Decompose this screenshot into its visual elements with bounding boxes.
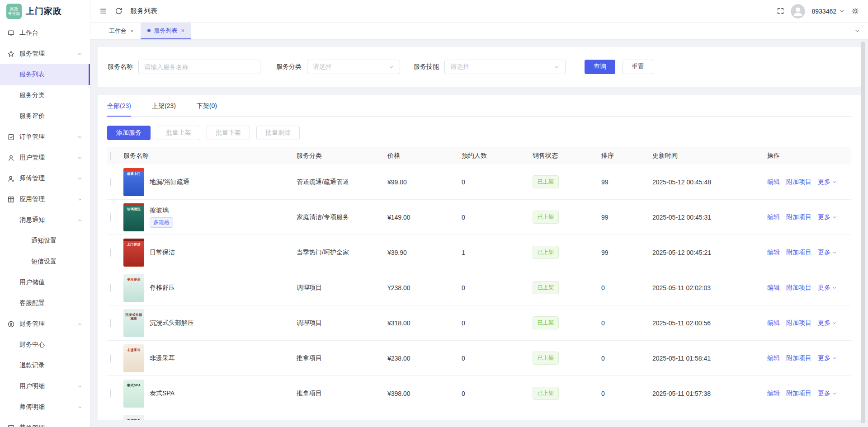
more-dropdown-link[interactable]: 更多 (818, 354, 837, 362)
col-price: 价格 (387, 152, 462, 160)
sidebar-item-label: 应用管理 (19, 195, 45, 203)
edit-link[interactable]: 编辑 (767, 249, 780, 257)
avatar[interactable] (791, 4, 805, 19)
status-tabs: 全部(23)上架(23)下架(0) (107, 102, 851, 117)
service-category-select[interactable]: 请选择 (307, 60, 400, 74)
row-checkbox[interactable] (110, 249, 111, 257)
status-badge: 已上架 (533, 387, 559, 400)
chevron-down-icon (554, 64, 560, 70)
sidebar-item-notice-settings[interactable]: 通知设置 (0, 230, 90, 251)
edit-link[interactable]: 编辑 (767, 389, 780, 398)
sidebar-item-service-review[interactable]: 服务评价 (0, 106, 90, 127)
service-name-input[interactable] (138, 60, 260, 74)
batch-delete-button[interactable]: 批量删除 (256, 126, 300, 140)
sidebar-item-label: 退款记录 (19, 361, 45, 370)
edit-link[interactable]: 编辑 (767, 284, 780, 292)
status-tab-off-shelf[interactable]: 下架(0) (197, 102, 217, 116)
service-thumbnail: 疏通上门 (123, 168, 144, 196)
service-thumbnail: 中式推拿 (123, 415, 144, 420)
addon-items-link[interactable]: 附加项目 (786, 249, 811, 257)
status-tab-on-shelf[interactable]: 上架(23) (152, 102, 176, 116)
more-dropdown-link[interactable]: 更多 (818, 319, 837, 327)
gear-icon[interactable] (851, 7, 859, 15)
sidebar-item-master-details[interactable]: 师傅明细 (0, 397, 90, 418)
addon-items-link[interactable]: 附加项目 (786, 178, 811, 186)
sidebar-item-message-notice[interactable]: 消息通知 (0, 210, 90, 230)
more-dropdown-link[interactable]: 更多 (818, 178, 837, 186)
sidebar-menu: 工作台服务管理服务列表服务分类服务评价订单管理用户管理师傅管理应用管理消息通知通… (0, 23, 90, 427)
sidebar-item-label: 用户管理 (19, 154, 45, 162)
refresh-icon[interactable] (115, 7, 123, 15)
addon-items-link[interactable]: 附加项目 (786, 284, 811, 292)
addon-items-link[interactable]: 附加项目 (786, 354, 811, 362)
toolbar: 添加服务 批量上架 批量下架 批量删除 (107, 126, 851, 140)
row-checkbox[interactable] (110, 319, 111, 327)
sidebar-item-label: 服务分类 (19, 91, 45, 99)
row-checkbox[interactable] (110, 389, 111, 398)
select-all-checkbox[interactable] (110, 152, 111, 160)
more-label: 更多 (818, 319, 830, 327)
row-checkbox[interactable] (110, 178, 111, 186)
edit-link[interactable]: 编辑 (767, 354, 780, 362)
sidebar-item-sms-settings[interactable]: 短信设置 (0, 251, 90, 272)
sidebar-item-service-list[interactable]: 服务列表 (0, 64, 90, 85)
sidebar-item-service-mgmt[interactable]: 服务管理 (0, 43, 90, 64)
workspace-tab-workbench[interactable]: 工作台× (102, 23, 141, 39)
more-dropdown-link[interactable]: 更多 (818, 249, 837, 257)
sidebar-item-finance-mgmt[interactable]: 财务管理 (0, 314, 90, 334)
collapse-sidebar-icon[interactable] (99, 7, 107, 15)
addon-items-link[interactable]: 附加项目 (786, 389, 811, 398)
sidebar-item-user-mgmt[interactable]: 用户管理 (0, 147, 90, 168)
row-checkbox[interactable] (110, 213, 111, 221)
tabbar-chevron-down-icon[interactable] (854, 23, 861, 39)
edit-link[interactable]: 编辑 (767, 213, 780, 221)
app-root: 家政 专业版 上门家政 工作台服务管理服务列表服务分类服务评价订单管理用户管理师… (0, 0, 868, 427)
more-dropdown-link[interactable]: 更多 (818, 284, 837, 292)
close-tab-icon[interactable]: × (130, 28, 134, 34)
addon-items-link[interactable]: 附加项目 (786, 213, 811, 221)
workspace-tab-service-list[interactable]: 服务列表× (141, 23, 192, 39)
user-dropdown[interactable]: 8933462 (811, 8, 845, 15)
service-name-input-field[interactable] (144, 63, 255, 70)
service-bookings: 0 (462, 355, 533, 362)
sidebar-item-app-mgmt[interactable]: 应用管理 (0, 189, 90, 210)
edit-link[interactable]: 编辑 (767, 319, 780, 327)
more-dropdown-link[interactable]: 更多 (818, 213, 837, 221)
page-scrollbar[interactable] (861, 42, 865, 423)
close-tab-icon[interactable]: × (181, 27, 185, 34)
addon-items-link[interactable]: 附加项目 (786, 319, 811, 327)
service-updated: 2025-05-11 01:58:41 (652, 355, 767, 362)
sidebar-item-refund-records[interactable]: 退款记录 (0, 355, 90, 376)
sidebar-item-order-mgmt[interactable]: 订单管理 (0, 127, 90, 147)
sidebar-item-user-stored-value[interactable]: 用户储值 (0, 272, 90, 293)
add-service-button[interactable]: 添加服务 (107, 126, 151, 140)
edit-link[interactable]: 编辑 (767, 178, 780, 186)
monitor-icon (7, 29, 15, 37)
service-thumbnail: 玻璃清洗 (123, 203, 144, 231)
service-updated: 2025-05-12 00:45:31 (652, 214, 767, 221)
batch-offshelf-button[interactable]: 批量下架 (207, 126, 250, 140)
sidebar-item-finance-center[interactable]: 财务中心 (0, 334, 90, 355)
service-category: 家庭清洁/专项服务 (297, 213, 387, 221)
sidebar-item-decoration-mgmt[interactable]: 装修管理 (0, 418, 90, 427)
status-badge: 已上架 (533, 175, 559, 188)
batch-onshelf-button[interactable]: 批量上架 (157, 126, 200, 140)
fullscreen-icon[interactable] (777, 7, 784, 15)
service-price: ¥238.00 (387, 355, 462, 362)
service-bookings: 0 (462, 178, 533, 186)
service-updated: 2025-05-11 02:00:56 (652, 319, 767, 327)
sidebar-item-user-details[interactable]: 用户明细 (0, 376, 90, 397)
more-dropdown-link[interactable]: 更多 (818, 389, 837, 398)
chevron-down-icon (832, 179, 837, 185)
status-tab-all[interactable]: 全部(23) (107, 102, 131, 116)
sidebar-item-service-category[interactable]: 服务分类 (0, 85, 90, 106)
reset-button[interactable]: 重置 (623, 60, 653, 74)
sidebar-item-workbench[interactable]: 工作台 (0, 23, 90, 43)
sidebar-item-master-mgmt[interactable]: 师傅管理 (0, 168, 90, 189)
search-button[interactable]: 查询 (585, 60, 615, 74)
chevron-down-icon (832, 320, 837, 326)
row-checkbox[interactable] (110, 354, 111, 362)
sidebar-item-customer-service-config[interactable]: 客服配置 (0, 293, 90, 314)
service-skill-select[interactable]: 请选择 (444, 60, 566, 74)
row-checkbox[interactable] (110, 284, 111, 292)
